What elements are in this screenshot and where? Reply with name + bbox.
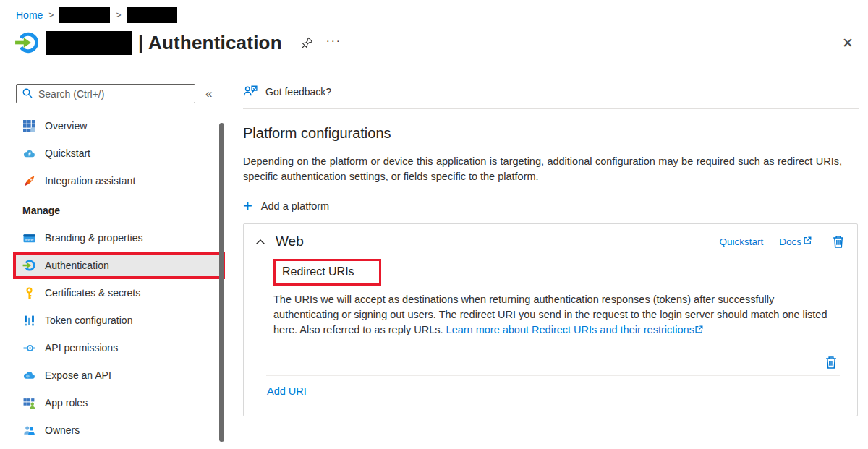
redirect-uris-description: The URIs we will accept as destinations … — [273, 292, 832, 338]
docs-link-label: Docs — [779, 236, 801, 247]
sidebar-item-token-configuration[interactable]: Token configuration — [16, 307, 221, 334]
external-link-icon — [803, 236, 812, 247]
sidebar-item-label: Quickstart — [45, 147, 90, 159]
got-feedback-label: Got feedback? — [265, 86, 331, 98]
chevron-up-icon[interactable] — [255, 239, 265, 245]
sidebar-item-label: Authentication — [45, 260, 109, 271]
browser-window-icon: www — [22, 231, 35, 244]
sidebar-item-integration-assistant[interactable]: Integration assistant — [16, 167, 221, 194]
quickstart-link[interactable]: Quickstart — [719, 236, 763, 247]
person-feedback-icon — [243, 85, 258, 99]
annotation-authentication: Authentication — [13, 252, 225, 279]
sidebar-item-app-roles[interactable]: App roles — [16, 389, 221, 416]
delete-web-platform-button[interactable] — [831, 234, 846, 249]
platform-configurations-description: Depending on the platform or device this… — [243, 154, 842, 184]
redirect-uris-heading: Redirect URIs — [282, 265, 354, 278]
sidebar-item-authentication[interactable]: Authentication — [16, 255, 222, 276]
sidebar-item-api-permissions[interactable]: API permissions — [16, 334, 221, 362]
breadcrumb-separator: > — [116, 10, 121, 20]
docs-link[interactable]: Docs — [779, 236, 812, 247]
grid-person-icon — [22, 396, 35, 409]
sidebar-item-label: Integration assistant — [45, 175, 135, 187]
more-options-button[interactable]: ··· — [326, 34, 341, 52]
grid-icon — [22, 119, 35, 132]
delete-uri-button[interactable] — [824, 355, 838, 369]
redacted-breadcrumb-2 — [127, 7, 177, 23]
collapse-sidebar-button[interactable]: « — [205, 87, 212, 101]
add-platform-button[interactable]: + Add a platform — [243, 200, 352, 213]
add-uri-button[interactable]: Add URI — [267, 385, 307, 397]
main-content: Got feedback? Platform configurations De… — [243, 80, 859, 416]
sidebar-item-label: Expose an API — [45, 369, 111, 381]
sidebar-item-expose-an-api[interactable]: Expose an API — [16, 362, 221, 389]
learn-more-link[interactable]: Learn more about Redirect URIs and their… — [446, 324, 704, 335]
external-link-icon — [694, 323, 704, 338]
breadcrumb: Home > > — [16, 7, 177, 23]
plus-icon: + — [243, 200, 252, 213]
sidebar: « Overview — [16, 84, 221, 444]
page-header: | Authentication ··· — [14, 30, 341, 55]
svg-text:www: www — [25, 237, 33, 241]
cloud-bolt-icon — [22, 147, 35, 160]
divider — [22, 221, 219, 221]
web-card-title: Web — [276, 234, 304, 249]
breadcrumb-home-link[interactable]: Home — [16, 9, 43, 21]
sidebar-item-overview[interactable]: Overview — [16, 112, 221, 140]
search-input[interactable] — [16, 84, 195, 103]
close-icon[interactable]: ✕ — [842, 35, 854, 51]
sign-in-arrow-circle-icon — [14, 30, 39, 55]
sidebar-item-label: Owners — [45, 424, 80, 436]
pin-icon[interactable] — [301, 37, 313, 49]
sidebar-item-label: API permissions — [45, 342, 118, 354]
sidebar-section-manage: Manage — [22, 205, 221, 216]
divider — [266, 375, 840, 376]
divider — [243, 108, 859, 109]
sidebar-item-label: App roles — [45, 397, 88, 409]
redacted-breadcrumb-1 — [59, 7, 110, 23]
sidebar-item-owners[interactable]: Owners — [16, 416, 221, 444]
redirect-uri-row — [255, 338, 846, 369]
got-feedback-button[interactable]: Got feedback? — [243, 80, 859, 104]
search-icon — [22, 87, 33, 102]
token-bars-icon — [22, 314, 35, 327]
learn-more-label: Learn more about Redirect URIs and their… — [446, 324, 694, 335]
api-permissions-icon — [22, 341, 35, 354]
people-icon — [22, 424, 35, 437]
sign-in-arrow-circle-icon — [22, 259, 35, 272]
annotation-redirect-uris: Redirect URIs — [273, 259, 381, 286]
sidebar-item-branding-properties[interactable]: www Branding & properties — [16, 224, 221, 252]
platform-configurations-heading: Platform configurations — [243, 125, 859, 142]
cloud-icon — [22, 369, 35, 382]
sidebar-scrollbar[interactable] — [219, 123, 224, 442]
breadcrumb-separator: > — [48, 10, 54, 20]
sidebar-item-label: Branding & properties — [45, 232, 142, 244]
page-title: | Authentication — [138, 32, 282, 54]
sidebar-item-label: Overview — [45, 120, 87, 132]
sidebar-item-certificates-secrets[interactable]: Certificates & secrets — [16, 279, 221, 307]
add-platform-label: Add a platform — [261, 200, 329, 212]
redacted-app-name — [46, 31, 132, 55]
sidebar-item-label: Token configuration — [45, 315, 132, 326]
rocket-icon — [22, 174, 35, 187]
web-platform-card: Web Quickstart Docs — [243, 223, 858, 416]
sidebar-item-quickstart[interactable]: Quickstart — [16, 140, 221, 167]
key-icon — [22, 286, 35, 299]
sidebar-item-label: Certificates & secrets — [45, 287, 140, 299]
